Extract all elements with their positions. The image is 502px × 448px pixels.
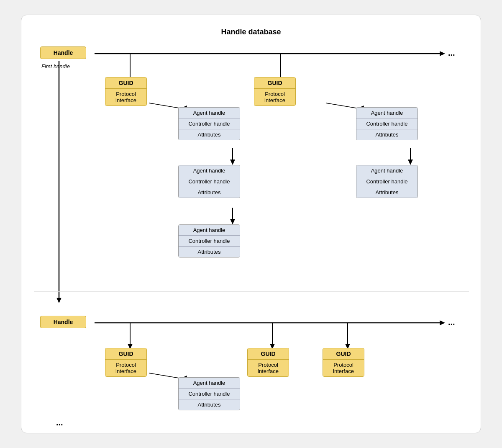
guid-s2-title-3: GUID — [323, 348, 364, 360]
stack-s2-1: Agent handle Controller handle Attribute… — [178, 377, 240, 410]
stack-1c-row2: Controller handle — [179, 236, 240, 247]
stack-1b-row3: Attributes — [179, 187, 240, 198]
svg-marker-19 — [440, 320, 445, 325]
stack-1a: Agent handle Controller handle Attribute… — [178, 107, 240, 140]
guid-box-2: GUID Protocolinterface — [254, 77, 296, 106]
stack-1b-row1: Agent handle — [179, 165, 240, 176]
handle-box-2: Handle — [40, 316, 86, 328]
guid-box-s2-3: GUID Protocolinterface — [323, 348, 364, 377]
guid-title-2: GUID — [254, 77, 295, 89]
stack-2b: Agent handle Controller handle Attribute… — [356, 165, 418, 198]
stack-1c: Agent handle Controller handle Attribute… — [178, 224, 240, 257]
handle-box-1: Handle — [40, 46, 86, 59]
stack-2b-row3: Attributes — [356, 187, 417, 198]
guid-s2-body-1: Protocolinterface — [105, 360, 146, 376]
guid-s2-title-1: GUID — [105, 348, 146, 360]
diagram-title: Handle database — [38, 28, 464, 36]
guid-box-s2-2: GUID Protocolinterface — [247, 348, 289, 377]
svg-marker-15 — [408, 160, 413, 165]
guid-body-1: Protocolinterface — [105, 89, 146, 106]
stack-1c-row3: Attributes — [179, 247, 240, 257]
dots-right-2: ... — [448, 317, 455, 327]
stack-2a-row1: Agent handle — [356, 108, 417, 118]
stack-s2-row3: Attributes — [179, 399, 240, 410]
stack-2a-row3: Attributes — [356, 129, 417, 140]
stack-1b: Agent handle Controller handle Attribute… — [178, 165, 240, 198]
svg-marker-9 — [230, 160, 235, 165]
svg-marker-17 — [56, 298, 61, 303]
stack-s2-row2: Controller handle — [179, 389, 240, 399]
guid-s2-title-2: GUID — [248, 348, 289, 360]
stack-2a-row2: Controller handle — [356, 118, 417, 129]
stack-2b-row1: Agent handle — [356, 165, 417, 176]
stack-s2-row1: Agent handle — [179, 378, 240, 389]
first-handle-label: First handle — [41, 63, 70, 70]
svg-marker-1 — [440, 51, 445, 56]
guid-box-s2-1: GUID Protocolinterface — [105, 348, 147, 377]
guid-body-2: Protocolinterface — [254, 89, 295, 106]
stack-1a-row2: Controller handle — [179, 118, 240, 129]
stack-1a-row3: Attributes — [179, 129, 240, 140]
guid-s2-body-3: Protocolinterface — [323, 360, 364, 376]
stack-2a: Agent handle Controller handle Attribute… — [356, 107, 418, 140]
stack-1a-row1: Agent handle — [179, 108, 240, 118]
dots-down: ... — [56, 418, 63, 427]
dots-right-1: ... — [448, 48, 455, 57]
stack-1b-row2: Controller handle — [179, 176, 240, 187]
stack-2b-row2: Controller handle — [356, 176, 417, 187]
guid-s2-body-2: Protocolinterface — [248, 360, 289, 376]
guid-title-1: GUID — [105, 77, 146, 89]
diagram-container: Handle database ... — [21, 15, 481, 433]
guid-box-1: GUID Protocolinterface — [105, 77, 147, 106]
stack-1c-row1: Agent handle — [179, 225, 240, 236]
svg-marker-11 — [230, 219, 235, 224]
